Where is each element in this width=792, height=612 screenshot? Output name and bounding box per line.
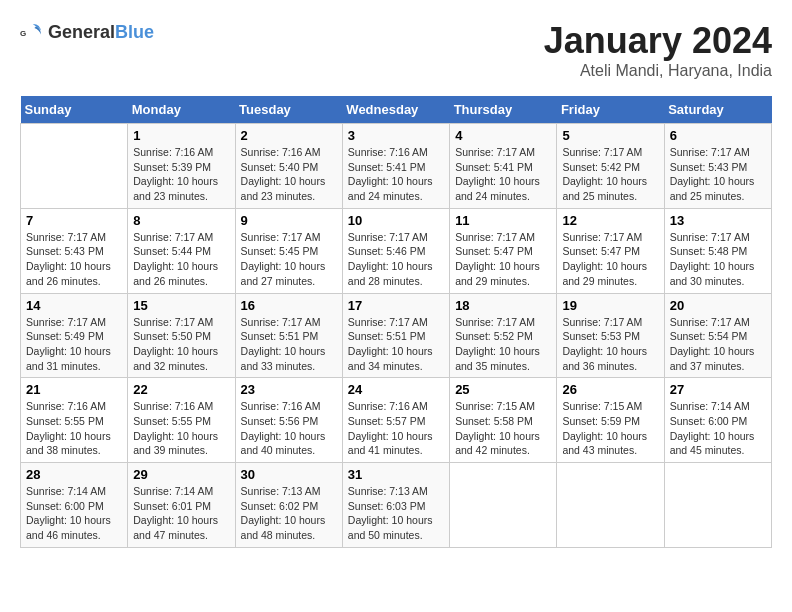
table-row: 17Sunrise: 7:17 AM Sunset: 5:51 PM Dayli… [342, 293, 449, 378]
day-number: 4 [455, 128, 551, 143]
day-info: Sunrise: 7:16 AM Sunset: 5:39 PM Dayligh… [133, 145, 229, 204]
table-row: 3Sunrise: 7:16 AM Sunset: 5:41 PM Daylig… [342, 124, 449, 209]
day-number: 24 [348, 382, 444, 397]
col-wednesday: Wednesday [342, 96, 449, 124]
day-number: 22 [133, 382, 229, 397]
logo-general: General [48, 22, 115, 42]
day-info: Sunrise: 7:16 AM Sunset: 5:57 PM Dayligh… [348, 399, 444, 458]
day-number: 17 [348, 298, 444, 313]
calendar-week-row: 1Sunrise: 7:16 AM Sunset: 5:39 PM Daylig… [21, 124, 772, 209]
day-info: Sunrise: 7:17 AM Sunset: 5:43 PM Dayligh… [670, 145, 766, 204]
table-row: 5Sunrise: 7:17 AM Sunset: 5:42 PM Daylig… [557, 124, 664, 209]
col-monday: Monday [128, 96, 235, 124]
day-number: 3 [348, 128, 444, 143]
page-header: G GeneralBlue January 2024 Ateli Mandi, … [20, 20, 772, 80]
day-info: Sunrise: 7:16 AM Sunset: 5:55 PM Dayligh… [133, 399, 229, 458]
day-number: 8 [133, 213, 229, 228]
day-number: 28 [26, 467, 122, 482]
table-row: 21Sunrise: 7:16 AM Sunset: 5:55 PM Dayli… [21, 378, 128, 463]
table-row [557, 463, 664, 548]
col-sunday: Sunday [21, 96, 128, 124]
table-row: 19Sunrise: 7:17 AM Sunset: 5:53 PM Dayli… [557, 293, 664, 378]
table-row: 29Sunrise: 7:14 AM Sunset: 6:01 PM Dayli… [128, 463, 235, 548]
day-info: Sunrise: 7:17 AM Sunset: 5:54 PM Dayligh… [670, 315, 766, 374]
day-number: 6 [670, 128, 766, 143]
day-number: 27 [670, 382, 766, 397]
day-number: 30 [241, 467, 337, 482]
day-number: 11 [455, 213, 551, 228]
day-number: 29 [133, 467, 229, 482]
day-number: 7 [26, 213, 122, 228]
day-info: Sunrise: 7:17 AM Sunset: 5:45 PM Dayligh… [241, 230, 337, 289]
day-info: Sunrise: 7:16 AM Sunset: 5:40 PM Dayligh… [241, 145, 337, 204]
day-info: Sunrise: 7:17 AM Sunset: 5:42 PM Dayligh… [562, 145, 658, 204]
day-number: 21 [26, 382, 122, 397]
table-row: 24Sunrise: 7:16 AM Sunset: 5:57 PM Dayli… [342, 378, 449, 463]
day-number: 19 [562, 298, 658, 313]
day-number: 5 [562, 128, 658, 143]
calendar-title: January 2024 [544, 20, 772, 62]
col-tuesday: Tuesday [235, 96, 342, 124]
day-info: Sunrise: 7:15 AM Sunset: 5:58 PM Dayligh… [455, 399, 551, 458]
day-info: Sunrise: 7:17 AM Sunset: 5:52 PM Dayligh… [455, 315, 551, 374]
title-block: January 2024 Ateli Mandi, Haryana, India [544, 20, 772, 80]
day-number: 10 [348, 213, 444, 228]
table-row [450, 463, 557, 548]
calendar-week-row: 21Sunrise: 7:16 AM Sunset: 5:55 PM Dayli… [21, 378, 772, 463]
calendar-week-row: 14Sunrise: 7:17 AM Sunset: 5:49 PM Dayli… [21, 293, 772, 378]
table-row: 23Sunrise: 7:16 AM Sunset: 5:56 PM Dayli… [235, 378, 342, 463]
day-info: Sunrise: 7:17 AM Sunset: 5:51 PM Dayligh… [348, 315, 444, 374]
table-row: 28Sunrise: 7:14 AM Sunset: 6:00 PM Dayli… [21, 463, 128, 548]
table-row: 6Sunrise: 7:17 AM Sunset: 5:43 PM Daylig… [664, 124, 771, 209]
day-number: 9 [241, 213, 337, 228]
table-row: 13Sunrise: 7:17 AM Sunset: 5:48 PM Dayli… [664, 208, 771, 293]
day-info: Sunrise: 7:14 AM Sunset: 6:00 PM Dayligh… [26, 484, 122, 543]
table-row: 22Sunrise: 7:16 AM Sunset: 5:55 PM Dayli… [128, 378, 235, 463]
day-info: Sunrise: 7:17 AM Sunset: 5:49 PM Dayligh… [26, 315, 122, 374]
table-row: 12Sunrise: 7:17 AM Sunset: 5:47 PM Dayli… [557, 208, 664, 293]
table-row: 30Sunrise: 7:13 AM Sunset: 6:02 PM Dayli… [235, 463, 342, 548]
table-row: 25Sunrise: 7:15 AM Sunset: 5:58 PM Dayli… [450, 378, 557, 463]
table-row: 4Sunrise: 7:17 AM Sunset: 5:41 PM Daylig… [450, 124, 557, 209]
table-row: 10Sunrise: 7:17 AM Sunset: 5:46 PM Dayli… [342, 208, 449, 293]
day-number: 12 [562, 213, 658, 228]
table-row: 31Sunrise: 7:13 AM Sunset: 6:03 PM Dayli… [342, 463, 449, 548]
day-number: 25 [455, 382, 551, 397]
day-info: Sunrise: 7:13 AM Sunset: 6:03 PM Dayligh… [348, 484, 444, 543]
table-row: 18Sunrise: 7:17 AM Sunset: 5:52 PM Dayli… [450, 293, 557, 378]
calendar-week-row: 7Sunrise: 7:17 AM Sunset: 5:43 PM Daylig… [21, 208, 772, 293]
table-row: 1Sunrise: 7:16 AM Sunset: 5:39 PM Daylig… [128, 124, 235, 209]
day-info: Sunrise: 7:15 AM Sunset: 5:59 PM Dayligh… [562, 399, 658, 458]
col-saturday: Saturday [664, 96, 771, 124]
day-info: Sunrise: 7:16 AM Sunset: 5:41 PM Dayligh… [348, 145, 444, 204]
day-info: Sunrise: 7:17 AM Sunset: 5:53 PM Dayligh… [562, 315, 658, 374]
table-row: 8Sunrise: 7:17 AM Sunset: 5:44 PM Daylig… [128, 208, 235, 293]
day-info: Sunrise: 7:17 AM Sunset: 5:41 PM Dayligh… [455, 145, 551, 204]
day-info: Sunrise: 7:14 AM Sunset: 6:01 PM Dayligh… [133, 484, 229, 543]
day-info: Sunrise: 7:14 AM Sunset: 6:00 PM Dayligh… [670, 399, 766, 458]
calendar-week-row: 28Sunrise: 7:14 AM Sunset: 6:00 PM Dayli… [21, 463, 772, 548]
svg-text:G: G [20, 29, 26, 38]
table-row: 16Sunrise: 7:17 AM Sunset: 5:51 PM Dayli… [235, 293, 342, 378]
day-number: 1 [133, 128, 229, 143]
day-info: Sunrise: 7:17 AM Sunset: 5:47 PM Dayligh… [562, 230, 658, 289]
day-number: 14 [26, 298, 122, 313]
col-friday: Friday [557, 96, 664, 124]
calendar-subtitle: Ateli Mandi, Haryana, India [544, 62, 772, 80]
header-row: Sunday Monday Tuesday Wednesday Thursday… [21, 96, 772, 124]
table-row: 14Sunrise: 7:17 AM Sunset: 5:49 PM Dayli… [21, 293, 128, 378]
logo: G GeneralBlue [20, 20, 154, 44]
day-number: 2 [241, 128, 337, 143]
table-row: 26Sunrise: 7:15 AM Sunset: 5:59 PM Dayli… [557, 378, 664, 463]
day-info: Sunrise: 7:16 AM Sunset: 5:56 PM Dayligh… [241, 399, 337, 458]
table-row: 9Sunrise: 7:17 AM Sunset: 5:45 PM Daylig… [235, 208, 342, 293]
logo-icon: G [20, 20, 44, 44]
day-info: Sunrise: 7:17 AM Sunset: 5:44 PM Dayligh… [133, 230, 229, 289]
calendar-table: Sunday Monday Tuesday Wednesday Thursday… [20, 96, 772, 548]
table-row: 27Sunrise: 7:14 AM Sunset: 6:00 PM Dayli… [664, 378, 771, 463]
day-number: 23 [241, 382, 337, 397]
day-info: Sunrise: 7:17 AM Sunset: 5:47 PM Dayligh… [455, 230, 551, 289]
day-info: Sunrise: 7:13 AM Sunset: 6:02 PM Dayligh… [241, 484, 337, 543]
day-info: Sunrise: 7:17 AM Sunset: 5:48 PM Dayligh… [670, 230, 766, 289]
day-number: 18 [455, 298, 551, 313]
